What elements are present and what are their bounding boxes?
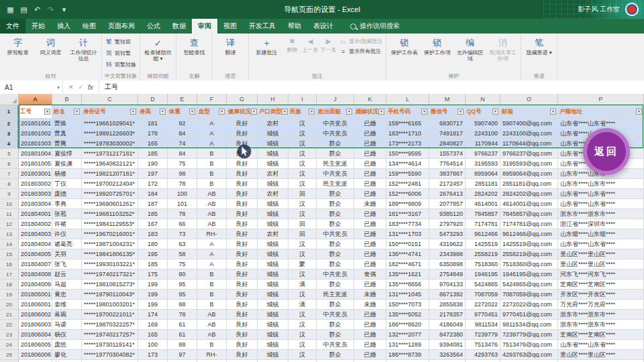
header-cell-手机号码[interactable]: 手机号码▼ bbox=[386, 105, 429, 119]
grid-cell[interactable]: 3195593 bbox=[466, 159, 500, 169]
grid-cell[interactable]: 186****8620 bbox=[386, 320, 429, 330]
column-header-B[interactable]: B bbox=[52, 94, 82, 105]
row-header-12[interactable]: 12 bbox=[0, 219, 19, 229]
column-header-K[interactable]: K bbox=[354, 94, 386, 105]
grid-cell[interactable]: 4614001 bbox=[466, 199, 500, 209]
grid-cell[interactable]: 135****8656 bbox=[386, 280, 429, 290]
row-header-7[interactable]: 7 bbox=[0, 169, 19, 179]
filter-dropdown-icon[interactable]: ▼ bbox=[130, 109, 136, 115]
tab-数据[interactable]: 数据 bbox=[166, 19, 192, 34]
grid-cell[interactable]: 汉 bbox=[288, 169, 317, 179]
grid-cell[interactable]: 良好 bbox=[227, 280, 258, 290]
grid-cell[interactable]: 良好 bbox=[227, 259, 258, 269]
grid-cell[interactable]: 201806006 bbox=[19, 350, 52, 360]
redo-icon[interactable]: ↷ bbox=[45, 3, 56, 15]
tell-me-search[interactable]: 操作说明搜索 bbox=[350, 19, 400, 34]
grid-cell[interactable]: 群众 bbox=[317, 189, 354, 199]
grid-cell[interactable]: A bbox=[197, 119, 227, 129]
grid-cell[interactable]: 6830717 bbox=[429, 119, 466, 129]
grid-cell[interactable]: 7764514 bbox=[429, 159, 466, 169]
grid-cell[interactable]: 95 bbox=[168, 290, 197, 300]
grid-cell[interactable]: *****19670216001* bbox=[82, 229, 138, 239]
grid-cell[interactable]: 汉 bbox=[288, 149, 317, 159]
grid-cell[interactable]: 马谡 bbox=[52, 320, 82, 330]
grid-cell[interactable]: 城镇 bbox=[258, 129, 288, 139]
grid-cell[interactable]: 浙东市****浙东市**** bbox=[558, 209, 644, 219]
grid-cell[interactable]: 夏侯渊 bbox=[52, 159, 82, 169]
grid-cell[interactable]: 7087059@qq.com bbox=[500, 290, 558, 300]
grid-cell[interactable]: 132****2077 bbox=[386, 330, 429, 340]
grid-cell[interactable]: 7513476 bbox=[466, 340, 500, 350]
header-cell-微信号[interactable]: 微信号▼ bbox=[429, 105, 466, 119]
grid-cell[interactable]: 城镇 bbox=[258, 149, 288, 159]
column-header-H[interactable]: H bbox=[258, 94, 288, 105]
grid-cell[interactable]: 汉 bbox=[288, 290, 317, 300]
grid-cell[interactable]: 98 bbox=[168, 169, 197, 179]
row-header-22[interactable]: 22 bbox=[0, 320, 19, 330]
app-icon[interactable]: ▦ bbox=[5, 3, 16, 15]
grid-cell[interactable]: 河东飞****河东飞**** bbox=[558, 269, 644, 280]
filter-dropdown-icon[interactable]: ▼ bbox=[309, 109, 315, 115]
grid-cell[interactable]: 城镇 bbox=[258, 209, 288, 219]
grid-cell[interactable]: 7239779@qq.com bbox=[500, 330, 558, 340]
grid-cell[interactable]: 城镇 bbox=[258, 280, 288, 290]
grid-cell[interactable]: *****19730119141* bbox=[82, 340, 138, 350]
grid-cell[interactable]: 城镇 bbox=[258, 310, 288, 320]
grid-cell[interactable]: 2855838 bbox=[429, 300, 466, 310]
grid-cell[interactable]: 群众 bbox=[317, 300, 354, 310]
grid-cell[interactable]: 山东省****山东省**** bbox=[558, 199, 644, 209]
grid-cell[interactable]: 201806001 bbox=[19, 300, 52, 310]
tab-绘图[interactable]: 绘图 bbox=[76, 19, 102, 34]
grid-cell[interactable]: 181 bbox=[138, 119, 168, 129]
ribbon-button-拼写检查[interactable]: 字拼写检查 bbox=[2, 35, 34, 56]
filter-dropdown-icon[interactable]: ▼ bbox=[74, 109, 80, 115]
grid-cell[interactable]: 190 bbox=[138, 159, 168, 169]
grid-cell[interactable]: 150****9595 bbox=[386, 149, 429, 159]
grid-cell[interactable]: 良好 bbox=[227, 300, 258, 310]
grid-cell[interactable]: 城镇 bbox=[258, 330, 288, 340]
grid-cell[interactable]: 民主党派 bbox=[317, 179, 354, 189]
grid-cell[interactable]: 未婚 bbox=[354, 300, 386, 310]
grid-cell[interactable]: 167 bbox=[138, 219, 168, 229]
grid-cell[interactable]: 66 bbox=[168, 219, 197, 229]
grid-cell[interactable]: *****19690601261* bbox=[82, 199, 138, 209]
grid-cell[interactable]: 80 bbox=[168, 269, 197, 280]
grid-cell[interactable]: 汉 bbox=[288, 179, 317, 189]
grid-cell[interactable]: 74 bbox=[168, 139, 197, 149]
row-header-19[interactable]: 19 bbox=[0, 290, 19, 300]
grid-cell[interactable]: *****19661029041* bbox=[82, 119, 138, 129]
grid-cell[interactable]: 廖化 bbox=[52, 350, 82, 360]
grid-cell[interactable]: *****19740217321* bbox=[82, 269, 138, 280]
grid-cell[interactable]: *****19841806135* bbox=[82, 249, 138, 259]
grid-cell[interactable]: 城镇 bbox=[258, 259, 288, 269]
grid-cell[interactable]: 75 bbox=[168, 159, 197, 169]
grid-cell[interactable]: 群众 bbox=[317, 239, 354, 249]
row-header-9[interactable]: 9 bbox=[0, 189, 19, 199]
header-cell-体重[interactable]: 体重▼ bbox=[168, 105, 197, 119]
grid-cell[interactable]: *****19790110043* bbox=[82, 290, 138, 300]
grid-cell[interactable]: 汉 bbox=[288, 199, 317, 209]
grid-cell[interactable]: 群众 bbox=[317, 259, 354, 269]
grid-cell[interactable]: 张飞 bbox=[52, 259, 82, 269]
grid-cell[interactable]: B bbox=[197, 280, 227, 290]
grid-cell[interactable]: *****19870322257* bbox=[82, 320, 138, 330]
grid-cell[interactable]: 许仪 bbox=[52, 229, 82, 239]
grid-cell[interactable]: 78 bbox=[168, 209, 197, 219]
header-cell-身份证号[interactable]: 身份证号▼ bbox=[82, 105, 138, 119]
column-header-F[interactable]: F bbox=[197, 94, 227, 105]
grid-cell[interactable]: B bbox=[197, 169, 227, 179]
grid-cell[interactable]: 山东市****山东市**** bbox=[558, 179, 644, 189]
grid-cell[interactable]: 庞统 bbox=[52, 340, 82, 350]
grid-cell[interactable]: 里山区****里山区**** bbox=[558, 259, 644, 269]
grid-cell[interactable]: 开发区****开发区**** bbox=[558, 290, 644, 300]
grid-cell[interactable]: 已婚 bbox=[354, 189, 386, 199]
grid-cell[interactable]: *****19891226603* bbox=[82, 129, 138, 139]
grid-cell[interactable]: 9770451@qq.com bbox=[500, 310, 558, 320]
grid-cell[interactable]: *****19681103252* bbox=[82, 209, 138, 219]
grid-cell[interactable]: 7518360 bbox=[466, 259, 500, 269]
grid-cell[interactable]: 4614001@qq.com bbox=[500, 199, 558, 209]
grid-cell[interactable]: 2851181 bbox=[466, 179, 500, 189]
grid-cell[interactable]: 中共党员 bbox=[317, 119, 354, 129]
ribbon-button-简转繁[interactable]: 简简转繁 bbox=[104, 48, 138, 58]
grid-cell[interactable]: 芝南区****芝南区**** bbox=[558, 330, 644, 340]
